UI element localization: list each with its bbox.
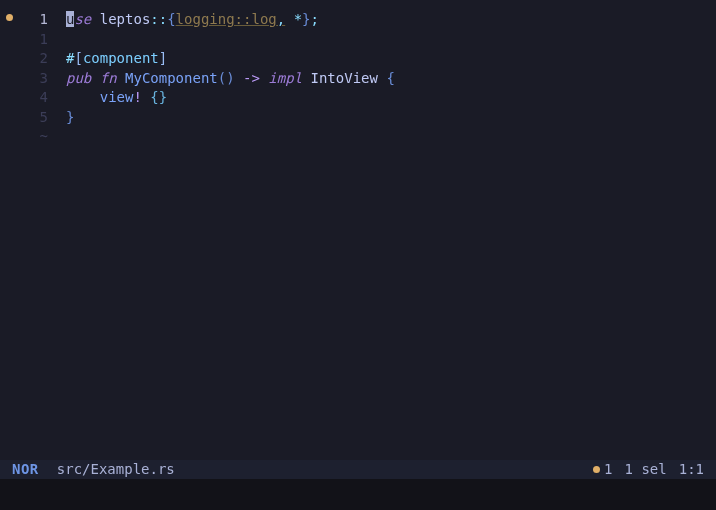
code-area[interactable]: 1 use leptos::{logging::log, *}; 1 2 #[c… (0, 10, 716, 460)
cursor-position: 1:1 (679, 460, 704, 480)
gutter-linenum: 5 (0, 108, 58, 128)
editor-mode: NOR (12, 460, 39, 480)
code-content[interactable] (58, 30, 66, 50)
empty-line: ~ (0, 127, 716, 147)
command-line-area[interactable] (0, 479, 716, 510)
code-content[interactable]: use leptos::{logging::log, *}; (58, 10, 319, 30)
gutter-linenum: 1 (0, 30, 58, 50)
code-content[interactable]: } (58, 108, 74, 128)
code-content[interactable]: view! {} (58, 88, 167, 108)
selection-count: 1 sel (625, 460, 667, 480)
status-right: 1 1 sel 1:1 (593, 460, 716, 480)
code-line[interactable]: 1 use leptos::{logging::log, *}; (0, 10, 716, 30)
status-left: NOR src/Example.rs (0, 460, 175, 480)
gutter-tilde: ~ (0, 127, 58, 147)
code-line[interactable]: 3 pub fn MyComponent() -> impl IntoView … (0, 69, 716, 89)
warning-dot-icon (593, 466, 600, 473)
editor-root: 1 use leptos::{logging::log, *}; 1 2 #[c… (0, 0, 716, 510)
gutter-linenum: 4 (0, 88, 58, 108)
code-content[interactable]: pub fn MyComponent() -> impl IntoView { (58, 69, 395, 89)
file-path: src/Example.rs (57, 460, 175, 480)
code-line[interactable]: 4 view! {} (0, 88, 716, 108)
code-line[interactable]: 1 (0, 30, 716, 50)
gutter-linenum: 1 (0, 10, 58, 30)
gutter-linenum: 2 (0, 49, 58, 69)
code-content[interactable]: #[component] (58, 49, 167, 69)
diagnostic-count: 1 (593, 460, 612, 480)
code-line[interactable]: 5 } (0, 108, 716, 128)
code-line[interactable]: 2 #[component] (0, 49, 716, 69)
statusbar: NOR src/Example.rs 1 1 sel 1:1 (0, 460, 716, 480)
gutter-linenum: 3 (0, 69, 58, 89)
